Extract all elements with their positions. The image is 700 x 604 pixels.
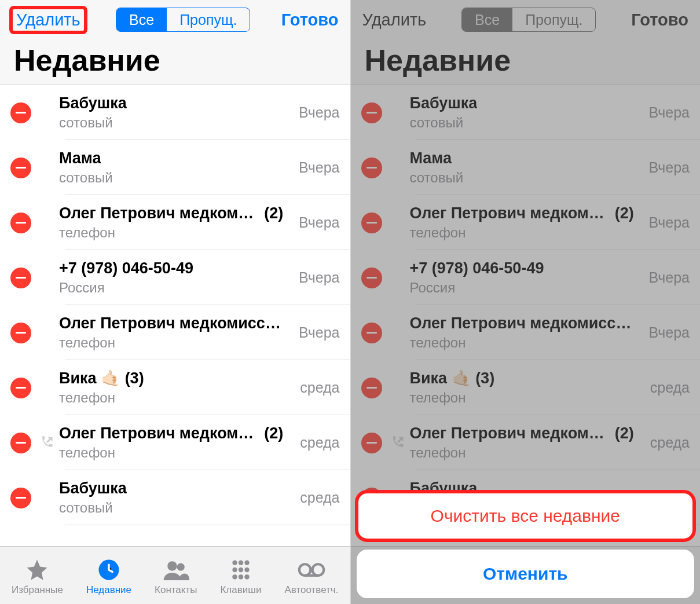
call-row[interactable]: Вика 🤙🏻 (3)телефонсреда <box>0 360 350 415</box>
call-content: Олег Петрович медком…(2)телефон <box>410 204 641 241</box>
caller-name: Бабушка <box>59 94 127 114</box>
caller-name: Мама <box>410 149 452 169</box>
call-time: среда <box>650 379 690 396</box>
delete-row-button[interactable] <box>10 158 31 178</box>
tab-label: Клавиши <box>220 584 261 596</box>
delete-row-button[interactable] <box>361 378 382 398</box>
tab-label: Избранные <box>12 584 63 596</box>
call-time: Вчера <box>299 214 340 231</box>
delete-button[interactable]: Удалить <box>362 10 427 30</box>
outgoing-call-icon <box>38 435 54 451</box>
delete-row-button[interactable] <box>10 433 31 453</box>
call-row[interactable]: Вика 🤙🏻 (3)телефонсреда <box>351 360 701 415</box>
call-time: Вчера <box>299 104 340 121</box>
call-time: среда <box>300 379 339 396</box>
svg-point-12 <box>299 564 311 576</box>
segment-all[interactable]: Все <box>116 8 167 31</box>
segmented-control[interactable]: Все Пропущ. <box>461 8 596 32</box>
tab-contacts[interactable]: Контакты <box>155 558 197 596</box>
delete-button[interactable]: Удалить <box>12 8 85 32</box>
delete-row-button[interactable] <box>10 268 31 288</box>
caller-name: Бабушка <box>410 94 478 114</box>
outgoing-call-icon <box>389 435 405 451</box>
call-content: Бабушкасотовый <box>410 94 641 131</box>
svg-point-4 <box>239 560 243 565</box>
done-button[interactable]: Готово <box>631 10 688 30</box>
recents-list: БабушкасотовыйВчераМамасотовыйВчераОлег … <box>351 85 701 525</box>
svg-point-11 <box>244 574 249 579</box>
call-row[interactable]: Олег Петрович медкомисс…телефонВчера <box>0 305 350 360</box>
call-time: Вчера <box>648 324 690 341</box>
call-content: Олег Петрович медком…(2)телефон <box>410 424 642 462</box>
call-subtitle: Россия <box>410 279 641 296</box>
done-button[interactable]: Готово <box>281 10 339 30</box>
delete-row-button[interactable] <box>10 103 31 123</box>
tab-favorites[interactable]: Избранные <box>12 558 63 596</box>
tab-recents[interactable]: Недавние <box>86 558 131 596</box>
topbar: Удалить Все Пропущ. Готово <box>0 0 350 35</box>
screen-edit-mode: Удалить Все Пропущ. Готово Недавние Бабу… <box>0 0 350 604</box>
delete-row-button[interactable] <box>361 213 382 233</box>
svg-point-13 <box>313 564 324 576</box>
call-row[interactable]: Олег Петрович медком…(2)телефонВчера <box>351 195 701 250</box>
call-content: Мамасотовый <box>410 149 641 186</box>
call-subtitle: сотовый <box>59 169 291 186</box>
call-count: (2) <box>264 424 283 444</box>
call-row[interactable]: Олег Петрович медком…(2)телефонсреда <box>351 415 701 470</box>
clear-all-recents-button[interactable]: Очистить все недавние <box>357 492 695 540</box>
call-row[interactable]: Олег Петрович медком…(2)телефонВчера <box>0 195 350 250</box>
delete-row-button[interactable] <box>361 433 382 453</box>
call-subtitle: телефон <box>410 334 641 352</box>
call-content: Вика 🤙🏻 (3)телефон <box>410 369 642 407</box>
tab-keypad[interactable]: Клавиши <box>220 558 261 596</box>
call-time: Вчера <box>648 214 690 231</box>
caller-name: Мама <box>59 149 101 169</box>
caller-name: Олег Петрович медкомисс… <box>410 314 632 334</box>
call-row[interactable]: +7 (978) 046-50-49РоссияВчера <box>0 250 350 305</box>
segmented-control[interactable]: Все Пропущ. <box>116 8 250 32</box>
caller-name: Олег Петрович медком… <box>59 424 254 444</box>
svg-point-1 <box>167 561 177 570</box>
delete-row-button[interactable] <box>361 158 382 178</box>
call-row[interactable]: +7 (978) 046-50-49РоссияВчера <box>351 250 701 305</box>
call-time: среда <box>300 489 339 506</box>
call-time: Вчера <box>299 159 340 176</box>
page-title: Недавние <box>351 35 701 85</box>
segment-missed[interactable]: Пропущ. <box>512 8 595 31</box>
delete-row-button[interactable] <box>361 268 382 288</box>
call-subtitle: Россия <box>59 279 291 296</box>
delete-row-button[interactable] <box>361 323 382 343</box>
call-time: среда <box>650 434 690 451</box>
call-row[interactable]: МамасотовыйВчера <box>0 140 350 195</box>
svg-point-7 <box>239 567 243 572</box>
delete-row-button[interactable] <box>10 488 31 508</box>
caller-name: Олег Петрович медком… <box>410 424 604 444</box>
call-content: Вика 🤙🏻 (3)телефон <box>59 369 292 407</box>
call-row[interactable]: Олег Петрович медкомисс…телефонВчера <box>351 305 701 360</box>
call-row[interactable]: БабушкасотовыйВчера <box>0 85 350 140</box>
caller-name: Олег Петрович медком… <box>59 204 254 224</box>
call-row[interactable]: Бабушкасотовыйсреда <box>0 470 350 525</box>
tab-voicemail[interactable]: Автоответч. <box>284 558 338 596</box>
segment-all[interactable]: Все <box>462 8 512 31</box>
tabbar: Избранные Недавние Контакты Клавиши <box>0 546 350 604</box>
delete-row-button[interactable] <box>361 103 382 123</box>
cancel-button[interactable]: Отменить <box>357 550 695 598</box>
tab-label: Контакты <box>155 584 197 596</box>
caller-name: +7 (978) 046-50-49 <box>59 259 193 279</box>
call-content: Олег Петрович медкомисс…телефон <box>59 314 291 352</box>
call-row[interactable]: Олег Петрович медком…(2)телефонсреда <box>0 415 350 470</box>
delete-row-button[interactable] <box>10 213 31 233</box>
call-subtitle: сотовый <box>410 114 641 131</box>
call-time: Вчера <box>299 324 340 341</box>
call-subtitle: телефон <box>59 224 291 241</box>
call-content: Мамасотовый <box>59 149 291 186</box>
call-row[interactable]: МамасотовыйВчера <box>351 140 701 195</box>
call-row[interactable]: БабушкасотовыйВчера <box>351 85 701 140</box>
call-content: Олег Петрович медком…(2)телефон <box>59 204 291 241</box>
caller-name: Вика 🤙🏻 (3) <box>59 369 144 389</box>
delete-row-button[interactable] <box>10 378 31 398</box>
call-time: Вчера <box>648 159 690 176</box>
delete-row-button[interactable] <box>10 323 31 343</box>
segment-missed[interactable]: Пропущ. <box>167 8 250 31</box>
